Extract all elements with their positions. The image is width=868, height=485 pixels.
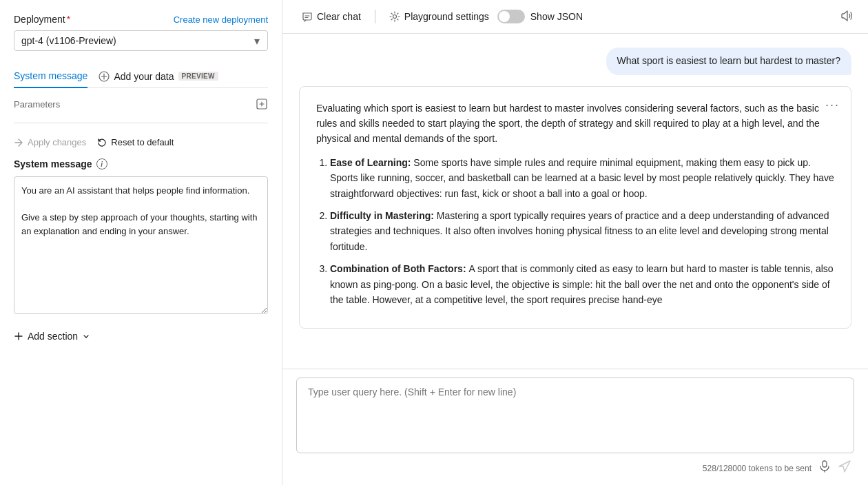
list-item: Combination of Both Factors: A sport tha… [330, 261, 834, 307]
point-2-title: Difficulty in Mastering: [330, 210, 437, 221]
reset-default-button[interactable]: Reset to default [97, 137, 174, 147]
parameters-label: Parameters [14, 99, 60, 110]
show-json-toggle[interactable] [497, 10, 525, 23]
chat-icon [302, 11, 313, 22]
chat-area: What sport is easiest to learn but harde… [282, 34, 868, 369]
right-panel: Clear chat Playground settings Show JSON… [282, 0, 868, 485]
reset-icon [97, 138, 107, 147]
input-footer: 528/128000 tokens to be sent [296, 455, 854, 482]
playground-settings-button[interactable]: Playground settings [384, 8, 495, 25]
apply-row: Apply changes Reset to default [14, 129, 268, 156]
settings-icon [389, 11, 400, 22]
clear-chat-button[interactable]: Clear chat [296, 8, 366, 25]
plus-icon [14, 331, 23, 341]
deployment-select[interactable]: gpt-4 (v1106-Preview) [14, 30, 268, 51]
point-3-title: Combination of Both Factors: [330, 263, 468, 274]
assistant-message: ··· Evaluating which sport is easiest to… [299, 86, 851, 329]
create-deployment-link[interactable]: Create new deployment [174, 14, 268, 25]
divider-1 [14, 123, 268, 123]
tab-add-data[interactable]: Add your data PREVIEW [99, 65, 218, 87]
add-section-button[interactable]: Add section [14, 325, 268, 347]
apply-changes-button[interactable]: Apply changes [14, 137, 86, 147]
system-message-textarea[interactable]: You are an AI assistant that helps peopl… [14, 176, 268, 314]
svg-point-2 [393, 15, 396, 19]
token-count: 528/128000 tokens to be sent [703, 464, 812, 473]
query-input[interactable] [296, 378, 854, 453]
point-1-title: Ease of Learning: [330, 157, 413, 168]
toolbar: Clear chat Playground settings Show JSON [282, 0, 868, 34]
deployment-select-wrapper: gpt-4 (v1106-Preview) [14, 30, 268, 51]
list-item: Ease of Learning: Some sports have simpl… [330, 155, 834, 201]
preview-badge: PREVIEW [178, 72, 218, 81]
mic-icon[interactable] [818, 460, 831, 476]
list-item: Difficulty in Mastering: Mastering a spo… [330, 208, 834, 254]
toolbar-divider [375, 10, 375, 23]
assistant-list: Ease of Learning: Some sports have simpl… [316, 155, 834, 308]
tabs-row: System message Add your data PREVIEW [14, 65, 268, 88]
input-area: 528/128000 tokens to be sent [282, 369, 868, 485]
user-message: What sport is easiest to learn but harde… [606, 48, 852, 75]
show-json-row: Show JSON [497, 10, 583, 23]
chevron-down-icon [82, 332, 90, 340]
speaker-icon[interactable] [840, 9, 854, 25]
show-json-label: Show JSON [530, 11, 583, 22]
send-icon[interactable] [838, 460, 851, 477]
assistant-intro: Evaluating which sport is easiest to lea… [316, 101, 834, 147]
svg-rect-3 [823, 461, 827, 467]
apply-icon [14, 138, 23, 147]
required-star: * [67, 14, 70, 25]
parameters-row: Parameters [14, 88, 268, 117]
deployment-row: Deployment* Create new deployment [14, 14, 268, 25]
tab-system-message[interactable]: System message [14, 65, 87, 88]
data-icon [99, 71, 110, 82]
left-panel: Deployment* Create new deployment gpt-4 … [0, 0, 282, 485]
system-message-section: System message i [14, 158, 268, 169]
assistant-message-menu[interactable]: ··· [825, 95, 840, 115]
system-message-info-icon[interactable]: i [96, 158, 107, 169]
deployment-label: Deployment* [14, 14, 70, 25]
expand-icon[interactable] [256, 98, 268, 110]
